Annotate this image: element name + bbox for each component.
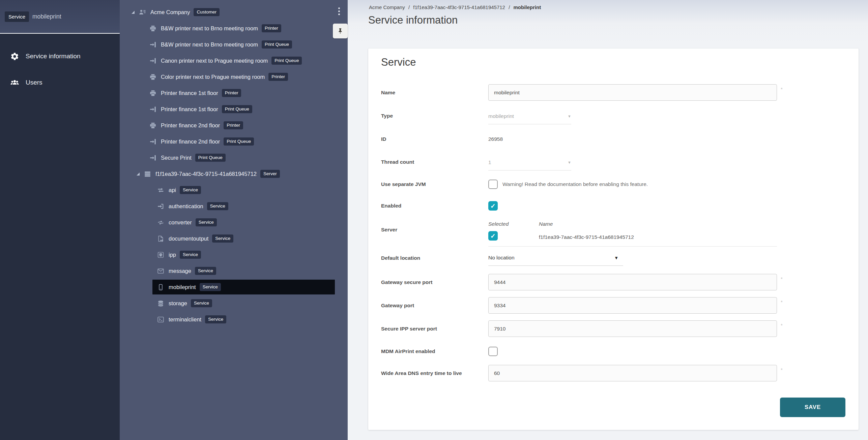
sidebar-item-label: Users bbox=[26, 79, 42, 86]
tree-item-service-documentoutput[interactable]: documentoutput Service bbox=[120, 230, 348, 247]
sidebar-item-label: Service information bbox=[26, 53, 81, 60]
wide-area-dns-ttl-label: Wide Area DNS entry time to live bbox=[381, 370, 484, 377]
pin-tree-button[interactable] bbox=[333, 24, 348, 38]
entity-tree: Acme Company Customer B&W printer next t… bbox=[120, 0, 348, 440]
tree-item[interactable]: Printer finance 1st floor Print Queue bbox=[120, 101, 348, 117]
name-input[interactable] bbox=[488, 84, 777, 101]
page-title: Service information bbox=[368, 14, 458, 26]
chevron-down-icon: ▼ bbox=[568, 114, 571, 118]
use-separate-jvm-checkbox[interactable] bbox=[488, 180, 498, 189]
gateway-secure-port-input[interactable] bbox=[488, 274, 777, 290]
tree-item[interactable]: Printer finance 2nd floor Print Queue bbox=[120, 133, 348, 150]
entity-type-chip: Service bbox=[5, 11, 29, 22]
printer-icon bbox=[149, 73, 156, 81]
gateway-port-label: Gateway port bbox=[381, 302, 484, 309]
tree-item-badge: Print Queue bbox=[222, 105, 252, 114]
tree-item-label: Printer finance 2nd floor bbox=[161, 122, 220, 129]
tree-item-service-api[interactable]: api Service bbox=[120, 182, 348, 198]
sidebar-item-users[interactable]: Users bbox=[0, 69, 120, 96]
document-output-icon bbox=[157, 235, 164, 242]
thread-count-label: Thread count bbox=[381, 159, 484, 165]
id-value: 26958 bbox=[488, 136, 503, 143]
breadcrumb-customer[interactable]: Acme Company bbox=[369, 4, 405, 10]
tree-item-label: ipp bbox=[169, 252, 176, 258]
breadcrumb-current: mobileprint bbox=[513, 4, 541, 10]
tree-item-label: f1f1ea39-7aac-4f3c-9715-41a681945712 bbox=[155, 171, 257, 177]
authentication-icon bbox=[157, 203, 164, 210]
tree-item-badge: Service bbox=[207, 202, 228, 211]
printer-icon bbox=[149, 122, 156, 129]
wide-area-dns-ttl-input[interactable] bbox=[488, 365, 777, 381]
secure-ipp-server-port-label: Secure IPP server port bbox=[381, 325, 484, 332]
tree-item[interactable]: Secure Print Print Queue bbox=[120, 150, 348, 166]
tree-item-service-mobileprint-selected[interactable]: mobileprint Service bbox=[152, 280, 335, 294]
required-marker: * bbox=[781, 299, 783, 305]
tree-item-label: mobileprint bbox=[169, 284, 196, 290]
breadcrumb-separator: / bbox=[509, 4, 510, 10]
sidebar-item-service-information[interactable]: Service information bbox=[0, 43, 120, 69]
form-heading: Service bbox=[381, 56, 416, 68]
service-form-card: Service Name * Type mobileprint ▼ ID 269… bbox=[368, 49, 859, 430]
printer-icon bbox=[149, 25, 156, 32]
tree-item-badge: Print Queue bbox=[224, 137, 254, 146]
use-separate-jvm-label: Use separate JVM bbox=[381, 181, 484, 188]
tree-item-label: B&W printer next to Brno meeting room bbox=[161, 25, 258, 32]
tree-item-service-terminalclient[interactable]: terminalclient Service bbox=[120, 311, 348, 327]
tree-item-label: Printer finance 1st floor bbox=[161, 90, 218, 96]
tree-item[interactable]: B&W printer next to Brno meeting room Pr… bbox=[120, 20, 348, 36]
tree-item[interactable]: Canon printer next to Prague meeting roo… bbox=[120, 53, 348, 69]
print-queue-icon bbox=[149, 41, 156, 48]
required-marker: * bbox=[781, 86, 783, 92]
tree-item-service-converter[interactable]: converter Service bbox=[120, 214, 348, 230]
chevron-down-icon: ▼ bbox=[568, 160, 571, 164]
default-location-select[interactable]: No location ▼ bbox=[488, 250, 623, 266]
chevron-down-icon: ▼ bbox=[614, 255, 618, 260]
tree-item-label: converter bbox=[169, 219, 192, 226]
tree-item-service-storage[interactable]: storage Service bbox=[120, 295, 348, 311]
save-button[interactable]: SAVE bbox=[780, 398, 845, 417]
default-location-label: Default location bbox=[381, 255, 484, 261]
mdm-airprint-label: MDM AirPrint enabled bbox=[381, 348, 484, 355]
tree-item-service-message[interactable]: message Service bbox=[120, 263, 348, 279]
tree-item-label: documentoutput bbox=[169, 235, 208, 242]
sidebar: Service mobileprint Service information … bbox=[0, 0, 120, 440]
type-select-value: mobileprint bbox=[488, 113, 514, 119]
server-row-checkbox[interactable] bbox=[488, 231, 498, 241]
tree-item-service-authentication[interactable]: authentication Service bbox=[120, 198, 348, 214]
tree-item-badge: Server bbox=[260, 170, 280, 178]
tree-item-badge: Customer bbox=[194, 8, 220, 17]
expand-caret-icon[interactable] bbox=[137, 172, 140, 176]
print-queue-icon bbox=[149, 138, 156, 145]
tree-item[interactable]: Printer finance 1st floor Printer bbox=[120, 85, 348, 101]
mdm-airprint-checkbox[interactable] bbox=[488, 347, 498, 356]
expand-caret-icon[interactable] bbox=[132, 11, 135, 14]
tree-item[interactable]: Color printer next to Prague meeting roo… bbox=[120, 69, 348, 85]
tree-item-label: Canon printer next to Prague meeting roo… bbox=[161, 58, 268, 64]
kebab-menu-icon[interactable] bbox=[338, 7, 340, 15]
tree-item-label: Printer finance 2nd floor bbox=[161, 138, 220, 145]
ipp-icon bbox=[157, 251, 164, 258]
tree-item[interactable]: Printer finance 2nd floor Printer bbox=[120, 117, 348, 133]
server-row-name: f1f1ea39-7aac-4f3c-9715-41a681945712 bbox=[539, 234, 634, 241]
api-icon bbox=[157, 187, 164, 194]
required-marker: * bbox=[781, 367, 783, 373]
required-marker: * bbox=[781, 276, 783, 282]
breadcrumb-server[interactable]: f1f1ea39-7aac-4f3c-9715-41a681945712 bbox=[413, 4, 505, 10]
tree-item-label: storage bbox=[169, 300, 187, 307]
enabled-checkbox[interactable] bbox=[488, 201, 498, 211]
gear-icon bbox=[10, 52, 19, 61]
tree-item-badge: Service bbox=[196, 218, 217, 227]
secure-ipp-server-port-input[interactable] bbox=[488, 320, 777, 337]
tree-item-service-ipp[interactable]: ipp Service bbox=[120, 247, 348, 263]
tree-item-server[interactable]: f1f1ea39-7aac-4f3c-9715-41a681945712 Ser… bbox=[120, 166, 348, 182]
tree-item-badge: Print Queue bbox=[262, 40, 292, 49]
tree-item-badge: Printer bbox=[268, 73, 288, 81]
tree-item[interactable]: B&W printer next to Brno meeting room Pr… bbox=[120, 36, 348, 53]
server-col-selected: Selected bbox=[488, 221, 509, 227]
tree-item-badge: Printer bbox=[262, 24, 281, 33]
terminal-icon bbox=[157, 316, 164, 323]
tree-item-customer[interactable]: Acme Company Customer bbox=[120, 4, 348, 20]
tree-item-badge: Service bbox=[191, 299, 212, 308]
print-queue-icon bbox=[149, 154, 156, 161]
gateway-port-input[interactable] bbox=[488, 297, 777, 314]
